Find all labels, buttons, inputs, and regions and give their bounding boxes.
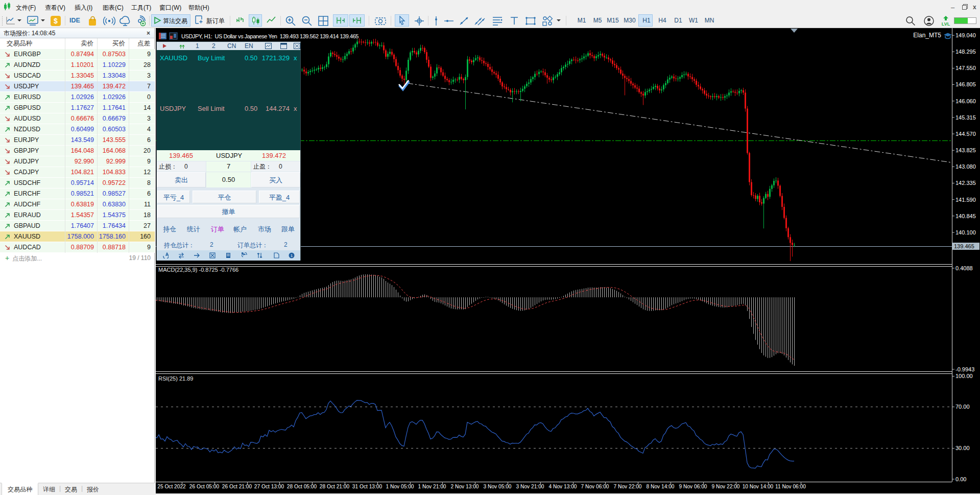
svg-text:30.00: 30.00: [955, 445, 970, 451]
svg-text:31 Oct 13:00: 31 Oct 13:00: [352, 484, 383, 489]
svg-text:140.845: 140.845: [955, 213, 976, 219]
svg-text:140.100: 140.100: [955, 229, 976, 235]
svg-text:143.080: 143.080: [955, 163, 976, 170]
svg-text:146.805: 146.805: [955, 81, 976, 87]
svg-text:142.335: 142.335: [955, 180, 976, 186]
svg-text:Elan_MT5: Elan_MT5: [913, 32, 941, 39]
svg-text:$: $: [54, 17, 58, 25]
svg-text:100.00: 100.00: [955, 373, 973, 379]
svg-text:10 Nov 14:00: 10 Nov 14:00: [743, 484, 774, 489]
svg-text:7 Nov 06:00: 7 Nov 06:00: [581, 484, 609, 489]
svg-text:3 Nov 05:00: 3 Nov 05:00: [484, 484, 512, 489]
svg-text:3 Nov 21:00: 3 Nov 21:00: [516, 484, 544, 489]
svg-text:28 Oct 21:00: 28 Oct 21:00: [320, 484, 350, 489]
svg-text:1 Nov 21:00: 1 Nov 21:00: [418, 484, 446, 489]
svg-text:26 Oct 05:00: 26 Oct 05:00: [189, 484, 220, 489]
svg-text:149.040: 149.040: [955, 32, 976, 38]
svg-text:11 Nov 06:00: 11 Nov 06:00: [775, 484, 806, 489]
svg-text:0.00: 0.00: [955, 476, 966, 482]
svg-text:148.295: 148.295: [955, 49, 976, 55]
svg-text:RSI(25) 21.89: RSI(25) 21.89: [158, 375, 193, 382]
svg-text:LVL: LVL: [942, 21, 950, 27]
svg-text:USDJPY, H1: US Dollar vs Japa: USDJPY, H1: US Dollar vs Japanese Yen 13…: [181, 33, 358, 39]
svg-text:8 Nov 14:00: 8 Nov 14:00: [647, 484, 675, 489]
svg-text:27 Oct 13:00: 27 Oct 13:00: [254, 484, 284, 489]
svg-text:146.060: 146.060: [955, 98, 976, 104]
svg-text:144.570: 144.570: [955, 131, 976, 137]
svg-text:2 Nov 13:00: 2 Nov 13:00: [451, 484, 479, 489]
svg-text:1 Nov 05:00: 1 Nov 05:00: [386, 484, 414, 489]
svg-text:26 Oct 21:00: 26 Oct 21:00: [222, 484, 252, 489]
svg-text:MACD(22,35,9) -0.8725 -0.7766: MACD(22,35,9) -0.8725 -0.7766: [158, 267, 238, 273]
svg-text:28 Oct 05:00: 28 Oct 05:00: [287, 484, 317, 489]
svg-text:9 Nov 06:00: 9 Nov 06:00: [679, 484, 707, 489]
svg-text:143.825: 143.825: [955, 147, 976, 153]
svg-text:7 Nov 22:00: 7 Nov 22:00: [614, 484, 642, 489]
svg-text:141.590: 141.590: [955, 197, 976, 203]
svg-text:147.550: 147.550: [955, 65, 976, 71]
svg-text:139.465: 139.465: [954, 243, 974, 249]
svg-text:25 Oct 2022: 25 Oct 2022: [157, 484, 186, 489]
svg-text:0.4088: 0.4088: [955, 265, 973, 271]
svg-text:145.315: 145.315: [955, 114, 976, 121]
svg-text:1: 1: [291, 253, 293, 258]
svg-text:70.00: 70.00: [955, 404, 970, 410]
svg-text:-0.9943: -0.9943: [955, 366, 974, 372]
svg-text:9 Nov 22:00: 9 Nov 22:00: [712, 484, 740, 489]
svg-text:4 Nov 13:00: 4 Nov 13:00: [549, 484, 577, 489]
